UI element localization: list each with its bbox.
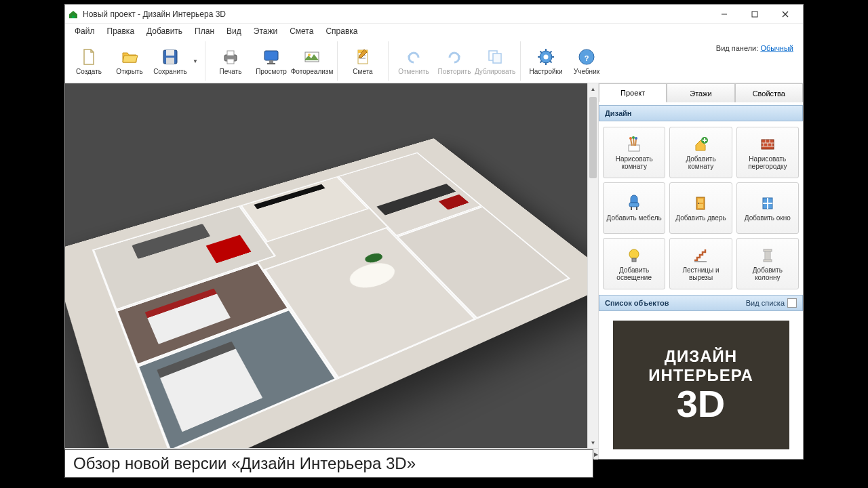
svg-text:?: ? <box>585 54 589 62</box>
svg-rect-11 <box>264 51 278 60</box>
svg-rect-60 <box>764 249 772 251</box>
add-room-icon <box>691 135 710 154</box>
folder-open-icon <box>120 47 139 66</box>
close-button[interactable] <box>770 5 800 23</box>
list-view-type[interactable]: Вид списка <box>746 298 797 308</box>
window-icon <box>758 194 777 213</box>
scroll-up-icon[interactable]: ▲ <box>588 83 598 94</box>
scroll-down-icon[interactable]: ▼ <box>588 437 598 448</box>
settings-button[interactable]: Настройки <box>526 41 566 81</box>
stairs-icon <box>691 246 710 265</box>
svg-rect-2 <box>752 12 757 17</box>
save-icon <box>161 47 180 66</box>
draw-room-icon <box>625 135 644 154</box>
svg-point-36 <box>632 136 635 139</box>
brick-wall-icon <box>758 135 777 154</box>
svg-point-35 <box>629 137 632 140</box>
svg-line-28 <box>540 51 542 53</box>
save-button[interactable]: Сохранить <box>151 41 190 81</box>
svg-rect-52 <box>698 204 703 208</box>
svg-point-57 <box>629 249 639 259</box>
add-furniture-button[interactable]: Добавить мебель <box>603 182 665 234</box>
menu-edit[interactable]: Правка <box>102 24 140 38</box>
estimate-icon <box>353 47 372 66</box>
svg-rect-9 <box>227 51 234 56</box>
menu-view[interactable]: Вид <box>221 24 247 38</box>
redo-button: Повторить <box>435 41 474 81</box>
photorealism-icon <box>302 47 321 66</box>
add-column-button[interactable]: Добавить колонну <box>736 238 799 289</box>
tab-project[interactable]: Проект <box>599 83 667 102</box>
draw-room-button[interactable]: Нарисовать комнату <box>603 127 665 178</box>
vertical-scrollbar[interactable]: ▲ ▼ <box>587 83 598 448</box>
svg-rect-12 <box>269 60 273 63</box>
menu-help[interactable]: Справка <box>320 24 363 38</box>
menu-estimate[interactable]: Смета <box>284 24 319 38</box>
draw-partition-button[interactable]: Нарисовать перегородку <box>736 127 799 178</box>
panel-mode-link[interactable]: Обычный <box>760 44 793 52</box>
chair-icon <box>625 194 644 213</box>
undo-icon <box>404 47 423 66</box>
redo-icon <box>445 47 464 66</box>
svg-rect-34 <box>629 145 639 151</box>
photoreal-button[interactable]: Фотореализм <box>292 41 332 81</box>
window-controls <box>709 5 800 23</box>
svg-rect-6 <box>166 50 174 56</box>
duplicate-icon <box>486 47 505 66</box>
monitor-icon <box>262 47 281 66</box>
menu-plan[interactable]: План <box>189 24 220 38</box>
maximize-button[interactable] <box>739 5 770 23</box>
titlebar: Новый проект - Дизайн Интерьера 3D <box>65 5 803 24</box>
svg-point-15 <box>308 54 311 56</box>
object-list-body: ДИЗАЙН ИНТЕРЬЕРА 3D <box>599 311 803 459</box>
side-panel: Проект Этажи Свойства Дизайн Нарисовать … <box>598 83 803 459</box>
tab-floors[interactable]: Этажи <box>667 83 734 102</box>
svg-line-29 <box>550 60 552 62</box>
svg-rect-0 <box>72 16 75 18</box>
menu-floors[interactable]: Этажи <box>248 24 283 38</box>
column-icon <box>758 246 777 265</box>
save-dropdown[interactable]: ▼ <box>191 41 199 81</box>
scroll-thumb[interactable] <box>589 97 597 178</box>
svg-point-53 <box>698 203 699 204</box>
print-button[interactable]: Печать <box>211 41 250 81</box>
3d-viewport[interactable] <box>65 83 587 448</box>
toolbar: Создать Открыть Сохранить ▼ Печать Просм… <box>65 39 803 83</box>
printer-icon <box>221 47 240 66</box>
add-lighting-button[interactable]: Добавить освещение <box>603 238 665 289</box>
svg-point-23 <box>544 54 549 59</box>
gear-icon <box>536 47 555 66</box>
app-icon <box>68 9 79 20</box>
undo-button: Отменить <box>394 41 433 81</box>
new-file-icon <box>79 47 98 66</box>
menu-file[interactable]: Файл <box>69 24 100 38</box>
list-view-icon <box>787 298 797 308</box>
manual-button[interactable]: ? Учебник <box>567 41 606 81</box>
add-door-button[interactable]: Добавить дверь <box>669 182 732 234</box>
preview-button[interactable]: Просмотр <box>252 41 291 81</box>
workspace: ▲ ▼ ◀ ▶ Проект Этажи Свойства Дизайн <box>65 83 803 459</box>
minimize-button[interactable] <box>709 5 739 23</box>
svg-point-37 <box>635 137 637 140</box>
svg-rect-47 <box>629 203 639 207</box>
video-caption: Обзор новой версии «Дизайн Интерьера 3D» <box>64 449 593 478</box>
window-title: Новый проект - Дизайн Интерьера 3D <box>83 9 226 19</box>
menu-add[interactable]: Добавить <box>141 24 188 38</box>
help-icon: ? <box>577 47 596 66</box>
create-button[interactable]: Создать <box>69 41 108 81</box>
door-icon <box>691 194 710 213</box>
svg-rect-13 <box>267 63 275 64</box>
stairs-button[interactable]: Лестницы и вырезы <box>669 238 732 289</box>
svg-rect-51 <box>698 199 703 203</box>
side-tabs: Проект Этажи Свойства <box>599 83 803 102</box>
svg-rect-10 <box>227 59 234 64</box>
svg-rect-61 <box>764 260 772 262</box>
tab-properties[interactable]: Свойства <box>735 83 803 102</box>
promo-banner: ДИЗАЙН ИНТЕРЬЕРА 3D <box>613 321 789 449</box>
estimate-button[interactable]: Смета <box>343 41 382 81</box>
open-button[interactable]: Открыть <box>110 41 149 81</box>
add-window-button[interactable]: Добавить окно <box>736 182 799 234</box>
floorplan-render <box>65 138 587 448</box>
duplicate-button: Дублировать <box>475 41 515 81</box>
add-room-button[interactable]: Добавить комнату <box>669 127 732 178</box>
